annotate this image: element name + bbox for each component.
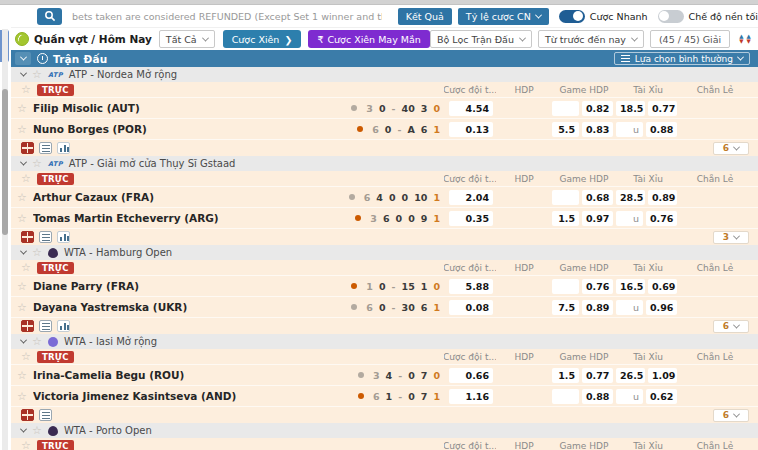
over-under-odds[interactable]: 0.89: [648, 190, 677, 205]
grid-icon[interactable]: [21, 142, 34, 154]
favorite-star-icon[interactable]: ☆: [32, 425, 42, 436]
chart-icon[interactable]: [57, 320, 70, 332]
game-hdp-odds[interactable]: 0.77: [582, 368, 613, 383]
league-header[interactable]: ☆WTA - Iasi Mở rộng: [11, 334, 758, 349]
collapse-all-button[interactable]: [15, 52, 31, 65]
favorite-star-icon[interactable]: ☆: [11, 302, 33, 313]
grid-icon[interactable]: [21, 409, 34, 421]
sort-arrows-icon[interactable]: ▲▼ ▲▼: [736, 33, 753, 45]
over-under-line[interactable]: 16.5: [616, 279, 645, 294]
favorite-star-icon[interactable]: ☆: [32, 69, 42, 80]
grid-icon[interactable]: [21, 231, 34, 243]
game-hdp-line[interactable]: 1.5: [552, 368, 579, 383]
favorite-star-icon[interactable]: ☆: [32, 158, 42, 169]
lucky-parlay-button[interactable]: ₹Cược Xiên May Mắn: [308, 30, 430, 48]
time-filter-dropdown[interactable]: Từ trước đến nay: [538, 30, 644, 48]
odds-type-dropdown[interactable]: Tỷ lệ cược CN: [458, 8, 549, 25]
game-hdp-line[interactable]: [552, 190, 579, 205]
game-hdp-odds[interactable]: 0.97: [582, 211, 613, 226]
match-bar-title: Trận Đấu: [53, 53, 107, 65]
game-hdp-line[interactable]: [552, 101, 579, 116]
game-hdp-line[interactable]: 7.5: [552, 300, 579, 315]
game-hdp-odds[interactable]: 0.76: [582, 279, 613, 294]
score-token: 4: [386, 370, 393, 381]
game-hdp-odds[interactable]: 0.88: [582, 389, 613, 404]
over-under-odds[interactable]: 1.09: [648, 368, 677, 383]
over-under-odds[interactable]: 0.62: [646, 389, 677, 404]
league-header[interactable]: ☆ATPATP - Nordea Mở rộng: [11, 67, 758, 82]
results-button[interactable]: Kết Quả: [398, 8, 452, 25]
list-icon[interactable]: [39, 320, 52, 332]
chart-icon[interactable]: [57, 142, 70, 154]
moneyline-odds[interactable]: 1.16: [449, 389, 493, 404]
league-header[interactable]: ☆WTA - Porto Open: [11, 423, 758, 438]
over-under-line[interactable]: u: [616, 389, 643, 404]
chevron-down-icon: [737, 54, 744, 61]
favorite-star-icon[interactable]: ☆: [21, 351, 31, 362]
display-mode-dropdown[interactable]: Lựa chọn bình thường: [614, 52, 750, 65]
favorite-star-icon[interactable]: ☆: [21, 440, 31, 450]
favorite-star-icon[interactable]: ☆: [11, 124, 33, 135]
game-hdp-odds[interactable]: 0.68: [582, 190, 613, 205]
game-hdp-odds[interactable]: 0.82: [582, 101, 613, 116]
moneyline-odds[interactable]: 4.54: [449, 101, 493, 116]
market-count-dropdown[interactable]: 6: [713, 409, 749, 422]
over-under-line[interactable]: 18.5: [616, 101, 645, 116]
chart-icon[interactable]: [57, 231, 70, 243]
scrollbar-thumb[interactable]: [2, 89, 8, 235]
over-under-line[interactable]: 28.5: [616, 190, 645, 205]
game-hdp-odds[interactable]: 0.83: [582, 122, 613, 137]
game-hdp-line[interactable]: 5.5: [552, 122, 579, 137]
market-count-dropdown[interactable]: 3: [713, 231, 749, 244]
favorite-star-icon[interactable]: ☆: [21, 173, 31, 184]
league-filter-select[interactable]: Tất Cả: [159, 30, 215, 48]
game-hdp-line[interactable]: [552, 389, 579, 404]
moneyline-odds[interactable]: 2.04: [449, 190, 493, 205]
game-hdp-line[interactable]: [552, 279, 579, 294]
over-under-odds[interactable]: 0.76: [646, 211, 677, 226]
over-under-odds[interactable]: 0.88: [646, 122, 677, 137]
moneyline-odds[interactable]: 0.66: [449, 368, 493, 383]
over-under-odds[interactable]: 0.96: [646, 300, 677, 315]
moneyline-odds[interactable]: 0.35: [449, 211, 493, 226]
moneyline-odds[interactable]: 0.13: [449, 122, 493, 137]
list-icon[interactable]: [39, 231, 52, 243]
parlay-button[interactable]: Cược Xiên❯: [223, 30, 302, 48]
game-hdp-line[interactable]: 1.5: [552, 211, 579, 226]
market-count-dropdown[interactable]: 6: [713, 320, 749, 333]
market-count-dropdown[interactable]: 6: [713, 142, 749, 155]
grid-icon[interactable]: [21, 320, 34, 332]
favorite-star-icon[interactable]: ☆: [11, 391, 33, 402]
over-under-line[interactable]: 26.5: [616, 368, 645, 383]
favorite-star-icon[interactable]: ☆: [21, 84, 31, 95]
favorite-star-icon[interactable]: ☆: [11, 213, 33, 224]
favorite-star-icon[interactable]: ☆: [32, 336, 42, 347]
list-icon[interactable]: [39, 409, 52, 421]
over-under-line[interactable]: u: [616, 122, 643, 137]
live-row: ☆TRỰCCược đội t...HDPGame HDPTài XỉuChẵn…: [11, 349, 758, 364]
left-scrollbar[interactable]: [0, 5, 11, 450]
favorite-star-icon[interactable]: ☆: [21, 262, 31, 273]
score-token: 3: [370, 213, 377, 224]
league-header[interactable]: ☆ATPATP - Giải mở cửa Thụy Sĩ Gstaad: [11, 156, 758, 171]
list-icon[interactable]: [39, 142, 52, 154]
favorite-star-icon[interactable]: ☆: [11, 281, 33, 292]
quick-bet-toggle[interactable]: [559, 10, 585, 23]
favorite-star-icon[interactable]: ☆: [11, 370, 33, 381]
league-header[interactable]: ☆WTA - Hamburg Open: [11, 245, 758, 260]
search-button[interactable]: [37, 8, 62, 25]
chevron-down-icon: [20, 426, 27, 433]
favorite-star-icon[interactable]: ☆: [11, 192, 33, 203]
moneyline-odds[interactable]: 0.08: [449, 300, 493, 315]
over-under-line[interactable]: u: [616, 211, 643, 226]
match-filter-dropdown[interactable]: Bộ Lọc Trận Đấu: [430, 30, 532, 48]
favorite-star-icon[interactable]: ☆: [11, 103, 33, 114]
over-under-line[interactable]: u: [616, 300, 643, 315]
favorite-star-icon[interactable]: ☆: [32, 247, 42, 258]
over-under-odds[interactable]: 0.69: [648, 279, 677, 294]
over-under-odds[interactable]: 0.77: [648, 101, 677, 116]
match-row: ☆Dayana Yastremska (UKR)60-30610.087.50.…: [11, 296, 758, 317]
moneyline-odds[interactable]: 5.88: [449, 279, 493, 294]
game-hdp-odds[interactable]: 0.89: [582, 300, 613, 315]
dark-mode-toggle[interactable]: [658, 10, 684, 23]
